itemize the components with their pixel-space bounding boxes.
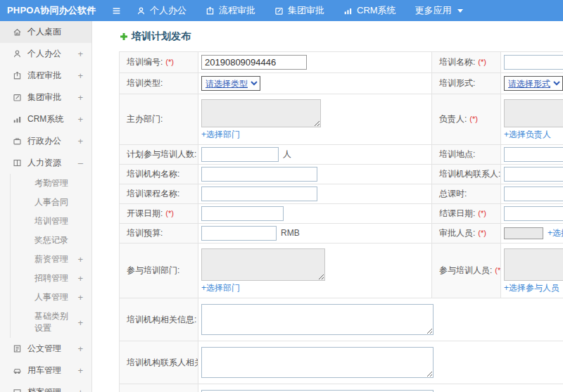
sidebar-label: 公文管理: [27, 343, 61, 355]
field-label: 审批人员:(*): [432, 224, 501, 244]
org-contact-input[interactable]: [504, 167, 563, 182]
sidebar-label: 集团审批: [27, 91, 61, 103]
sidebar-label: 档案管理: [27, 386, 61, 392]
expand-plus-icon: +: [77, 317, 86, 328]
sidebar-item-group-approval[interactable]: 集团审批 +: [0, 87, 91, 108]
sidebar-label: 培训管理: [34, 215, 68, 227]
main-content: 培训计划发布 培训编号:(*) 培训名称:(*) 培训类型: 请选择类型 培训形…: [92, 21, 563, 392]
approver-input[interactable]: [504, 227, 543, 239]
expand-plus-icon: +: [77, 114, 86, 125]
expand-plus-icon: +: [77, 387, 86, 392]
nav-label: 流程审批: [219, 4, 255, 17]
archive-icon: [13, 388, 22, 392]
select-leader-link[interactable]: +选择负责人: [504, 129, 551, 141]
org-name-input[interactable]: [201, 167, 317, 182]
required-mark: (*): [165, 209, 174, 217]
hamburger-icon: [112, 6, 121, 15]
training-plan-form: 培训编号:(*) 培训名称:(*) 培训类型: 请选择类型 培训形式: 请选择形…: [119, 51, 563, 392]
participating-departments-textarea[interactable]: [201, 248, 325, 281]
sidebar-item-training-management[interactable]: 培训管理: [11, 212, 91, 231]
currency-suffix: RMB: [281, 228, 300, 238]
nav-group-approval[interactable]: 集团审批: [274, 4, 324, 17]
training-location-input[interactable]: [504, 147, 563, 162]
sidebar-label: 薪资管理: [34, 253, 68, 265]
home-icon: [13, 27, 22, 37]
required-mark: (*): [478, 229, 486, 237]
collapse-minus-icon: –: [78, 158, 86, 168]
participating-members-textarea[interactable]: [504, 248, 563, 281]
sidebar-item-admin-office[interactable]: 行政办公 +: [0, 130, 91, 152]
field-label: 总课时:: [432, 184, 501, 204]
field-label: 培训机构相关信息:: [120, 298, 198, 341]
sidebar-item-recruitment-management[interactable]: 招聘管理 +: [11, 269, 91, 288]
expand-plus-icon: +: [77, 292, 86, 303]
field-label: 培训机构名称:: [120, 165, 198, 184]
top-navigation: 个人办公 流程审批 集团审批 CRM系统 更多应用: [137, 4, 463, 17]
org-contact-info-textarea[interactable]: [201, 347, 434, 378]
nav-label: 个人办公: [150, 4, 186, 17]
sidebar-item-personnel-contract[interactable]: 人事合同: [11, 193, 91, 212]
required-mark: (*): [165, 58, 174, 66]
training-form-select[interactable]: 请选择形式: [504, 76, 563, 91]
select-approver-link[interactable]: +选择审批人员: [548, 227, 563, 239]
field-label: 培训名称:(*): [432, 52, 501, 73]
field-label: 负责人:(*): [432, 94, 501, 145]
planned-participants-input[interactable]: [201, 147, 279, 162]
user-icon: [137, 6, 146, 15]
nav-process-approval[interactable]: 流程审批: [205, 4, 255, 17]
sidebar-item-reward-punishment[interactable]: 奖惩记录: [11, 231, 91, 250]
end-date-input[interactable]: [504, 206, 563, 221]
nav-label: 集团审批: [288, 4, 324, 17]
menu-toggle-button[interactable]: [106, 6, 127, 15]
sidebar-label: 人事合同: [34, 196, 68, 208]
edit-icon: [13, 93, 22, 102]
host-department-textarea[interactable]: [201, 99, 321, 127]
field-label: 参与培训人员:(*): [432, 244, 501, 298]
sidebar-item-vehicle-management[interactable]: 用车管理 +: [0, 360, 91, 381]
leader-textarea[interactable]: [504, 99, 563, 127]
sidebar-item-personal-desktop[interactable]: 个人桌面: [0, 21, 91, 43]
sidebar-label: 个人桌面: [27, 26, 61, 38]
select-department-link[interactable]: +选择部门: [201, 129, 240, 141]
sidebar-label: CRM系统: [27, 113, 63, 125]
sidebar-item-personnel-management[interactable]: 人事管理 +: [11, 288, 91, 307]
nav-personal-office[interactable]: 个人办公: [137, 4, 186, 17]
sidebar-item-salary-management[interactable]: 薪资管理 +: [11, 250, 91, 269]
expand-plus-icon: +: [77, 49, 86, 59]
total-hours-input[interactable]: [504, 186, 563, 201]
nav-label: 更多应用: [415, 4, 452, 17]
field-label: 主办部门:: [120, 94, 198, 145]
sidebar-item-archive-management[interactable]: 档案管理 +: [0, 381, 91, 392]
nav-crm-system[interactable]: CRM系统: [343, 4, 396, 17]
sidebar-item-crm-system[interactable]: CRM系统 +: [0, 108, 91, 130]
sidebar-item-document-management[interactable]: 公文管理 +: [0, 338, 91, 360]
sidebar-label: 人事管理: [34, 291, 68, 303]
sidebar-item-attendance-management[interactable]: 考勤管理: [11, 174, 91, 193]
expand-plus-icon: +: [77, 273, 86, 284]
course-name-input[interactable]: [201, 186, 317, 201]
nav-more-apps[interactable]: 更多应用: [415, 4, 463, 17]
start-date-input[interactable]: [201, 206, 284, 221]
sidebar-item-human-resources[interactable]: 人力资源 –: [0, 152, 91, 174]
expand-plus-icon: +: [77, 343, 86, 354]
expand-plus-icon: +: [77, 136, 86, 146]
budget-input[interactable]: [201, 226, 277, 241]
field-label: 参与培训部门:: [120, 244, 198, 298]
training-type-select[interactable]: 请选择类型: [201, 76, 260, 91]
select-department-link[interactable]: +选择部门: [201, 282, 240, 294]
sidebar-label: 个人办公: [27, 48, 61, 60]
sidebar-item-base-category-settings[interactable]: 基础类别设置 +: [11, 307, 91, 338]
org-info-textarea[interactable]: [201, 304, 434, 335]
field-label: 结课日期:(*): [432, 204, 501, 224]
field-label: 计划参与培训人数:(*): [120, 145, 198, 165]
expand-plus-icon: +: [77, 254, 86, 265]
sidebar-label: 考勤管理: [34, 177, 68, 189]
training-name-input[interactable]: [504, 55, 563, 70]
topbar: PHPOA协同办公软件 个人办公 流程审批 集团审批: [0, 0, 563, 21]
chart-icon: [343, 6, 353, 15]
car-icon: [13, 366, 22, 375]
training-number-input[interactable]: [201, 55, 307, 70]
sidebar-item-personal-office[interactable]: 个人办公 +: [0, 43, 91, 65]
sidebar-item-process-approval[interactable]: 流程审批 +: [0, 65, 91, 87]
select-members-link[interactable]: +选择参与人员: [504, 282, 559, 294]
